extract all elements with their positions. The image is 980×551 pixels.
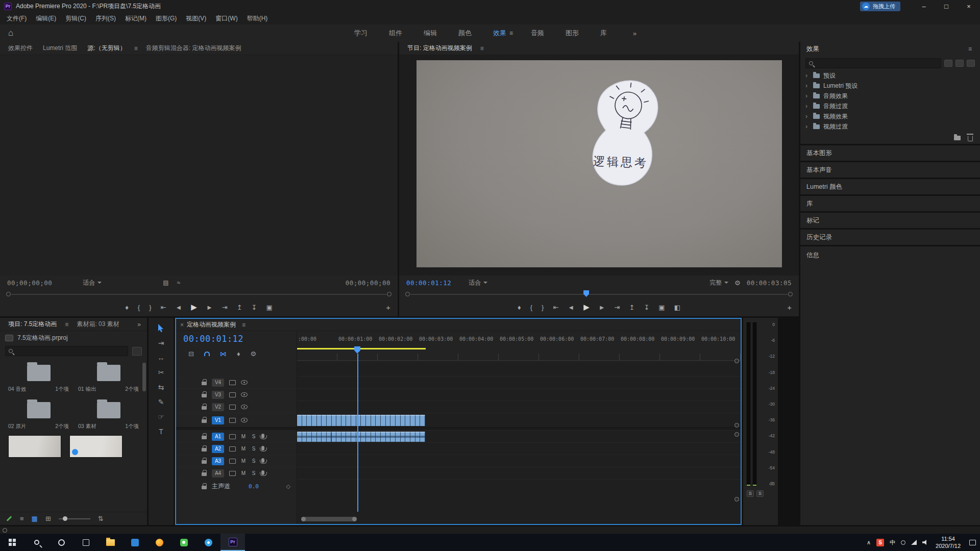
program-zoom-select[interactable]: 适合 (469, 279, 487, 287)
taskbar-app-green[interactable] (172, 534, 196, 551)
selection-tool[interactable] (158, 324, 164, 332)
workspace-tab-learning[interactable]: 学习 (344, 29, 378, 38)
tab-info[interactable]: 信息 (800, 246, 980, 525)
playhead[interactable] (357, 354, 358, 512)
search-options-icon[interactable] (132, 347, 142, 356)
track-target-v1[interactable]: V1 (212, 416, 224, 424)
taskbar-app-firefox[interactable] (147, 534, 172, 551)
mark-out-button[interactable]: } (542, 304, 544, 311)
lane-v1[interactable] (297, 413, 741, 427)
source-timecode[interactable]: 00;00;00;00 (7, 279, 52, 287)
close-button[interactable]: × (958, 0, 980, 12)
tab-program-monitor[interactable]: 节目: 定格动画视频案例 (402, 44, 477, 53)
timeline-ruler[interactable]: :00:00 00:00:01:00 00:00:02:00 00:00:03:… (297, 331, 741, 361)
voiceover-mic-icon[interactable] (261, 458, 264, 463)
track-lock-icon[interactable] (202, 472, 207, 476)
track-output-eye-icon[interactable] (241, 392, 248, 397)
go-to-out-button[interactable]: ⇥ (222, 304, 228, 311)
tab-effect-controls[interactable]: 效果控件 (3, 44, 38, 53)
lane-master[interactable] (297, 479, 741, 493)
timeline-hscrollbar[interactable] (302, 517, 728, 521)
playback-resolution-select[interactable]: 完整 (709, 279, 728, 287)
tab-audio-clip-mixer[interactable]: 音频剪辑混合器: 定格动画视频案例 (141, 44, 247, 53)
chevron-right-icon[interactable]: › (805, 113, 810, 120)
tray-expand-icon[interactable]: ∧ (867, 539, 871, 546)
settings-wrench-icon[interactable]: ⚙ (734, 279, 741, 287)
solo-button[interactable]: S (251, 446, 256, 452)
tab-essential-graphics[interactable]: 基本图形 (800, 145, 980, 161)
scrubber-playhead[interactable] (583, 290, 589, 297)
zoom-handle-right[interactable] (788, 292, 793, 296)
lane-a3[interactable] (297, 455, 741, 467)
project-file-row[interactable]: 7.5定格动画.prproj (0, 331, 147, 344)
mute-button[interactable]: M (241, 446, 246, 452)
tab-lumetri-color[interactable]: Lumetri 颜色 (800, 179, 980, 194)
timeline-settings-icon[interactable]: ⚙ (251, 350, 257, 358)
lane-a4[interactable] (297, 467, 741, 479)
timeline-lanes[interactable]: :00:00 00:00:01:00 00:00:02:00 00:00:03:… (297, 331, 741, 524)
add-marker-button[interactable]: ♦ (125, 304, 129, 311)
track-lock-icon[interactable] (202, 460, 207, 464)
solo-left-button[interactable]: S (747, 490, 754, 497)
go-to-in-button[interactable]: ⇤ (553, 304, 558, 311)
button-editor-icon[interactable]: + (787, 303, 792, 312)
workspace-tab-editing[interactable]: 编辑 (413, 29, 448, 38)
track-target-a2[interactable]: A2 (212, 445, 224, 453)
taskbar-app-blue[interactable] (122, 534, 147, 551)
effects-bin-video-effects[interactable]: › 视频效果 (800, 111, 980, 121)
32bit-effects-filter-icon[interactable] (955, 60, 964, 67)
list-view-icon[interactable]: ≡ (20, 515, 24, 522)
lane-v3[interactable] (297, 388, 741, 400)
clip-thumbnail[interactable] (69, 435, 122, 458)
tab-markers[interactable]: 标记 (800, 213, 980, 228)
track-target-v4[interactable]: V4 (212, 379, 224, 387)
voiceover-mic-icon[interactable] (261, 446, 264, 450)
voiceover-mic-icon[interactable] (261, 434, 264, 438)
taskbar-search-button[interactable] (24, 534, 49, 551)
keyframe-icon[interactable]: ◇ (286, 483, 290, 490)
track-select-tool[interactable]: ⇥ (158, 339, 164, 347)
slip-tool[interactable]: ⇆ (158, 383, 164, 391)
taskbar-premiere-button[interactable]: Pr (220, 534, 245, 551)
drag-video-only-icon[interactable]: ▤ (163, 279, 168, 286)
zoom-slider-knob[interactable] (63, 516, 67, 521)
go-to-out-button[interactable]: ⇥ (615, 304, 620, 311)
tab-source-monitor[interactable]: 源:（无剪辑） (82, 44, 131, 53)
track-target-a3[interactable]: A3 (212, 457, 224, 465)
upload-overlay-button[interactable]: ☁ 拖拽上传 (860, 2, 900, 11)
effects-bin-audio-transitions[interactable]: › 音频过渡 (800, 101, 980, 111)
hand-tool[interactable]: ☞ (158, 413, 164, 421)
track-lock-icon[interactable] (202, 382, 207, 385)
action-center-icon[interactable] (969, 540, 976, 545)
workspace-overflow-icon[interactable]: » (633, 30, 636, 37)
chevron-right-icon[interactable]: › (805, 92, 810, 99)
menu-clip[interactable]: 剪辑(C) (61, 14, 91, 23)
program-timecode[interactable]: 00:00:01:12 (406, 279, 451, 287)
workspace-tab-color[interactable]: 颜色 (448, 29, 482, 38)
tab-history[interactable]: 历史记录 (800, 230, 980, 245)
minimize-button[interactable]: – (913, 0, 935, 12)
taskbar-clock[interactable]: 11:54 2020/7/12 (934, 535, 963, 550)
mute-button[interactable]: M (241, 434, 246, 439)
track-lock-icon[interactable] (202, 394, 207, 397)
ime-language-indicator[interactable]: 中 (890, 539, 895, 546)
menu-view[interactable]: 视图(V) (181, 14, 211, 23)
mark-in-button[interactable]: { (138, 304, 140, 311)
mute-button[interactable]: M (241, 458, 246, 464)
step-back-button[interactable]: ◄ (568, 304, 574, 311)
workspace-tab-assembly[interactable]: 组件 (378, 29, 413, 38)
track-target-v3[interactable]: V3 (212, 391, 224, 399)
start-button[interactable] (0, 534, 24, 551)
lane-empty[interactable] (297, 361, 741, 376)
effects-search-input[interactable] (805, 58, 941, 68)
mute-button[interactable]: M (241, 470, 246, 476)
close-icon[interactable]: × (180, 321, 184, 329)
sync-lock-icon[interactable] (229, 405, 236, 410)
menu-help[interactable]: 帮助(H) (242, 14, 273, 23)
track-lock-icon[interactable] (202, 436, 207, 439)
panel-menu-icon[interactable]: ≡ (965, 45, 975, 53)
step-forward-button[interactable]: ► (599, 304, 605, 311)
sync-lock-icon[interactable] (229, 471, 236, 476)
workspace-tab-audio[interactable]: 音频 (520, 29, 555, 38)
razor-tool[interactable]: ✂ (158, 368, 164, 377)
